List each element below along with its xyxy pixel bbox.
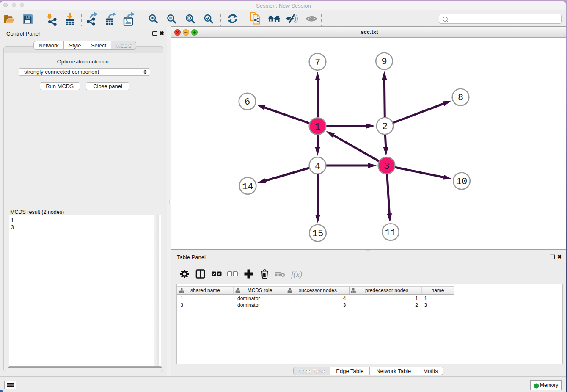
svg-text:dominator: dominator <box>237 302 260 308</box>
svg-text:2: 2 <box>382 121 388 132</box>
svg-text:3: 3 <box>180 302 183 308</box>
svg-text:successor nodes: successor nodes <box>298 287 336 293</box>
svg-text:11: 11 <box>385 228 396 238</box>
svg-text:1: 1 <box>424 295 427 301</box>
svg-text:10: 10 <box>456 177 467 187</box>
svg-text:6: 6 <box>245 97 250 108</box>
svg-text:7: 7 <box>315 58 320 68</box>
svg-text:1: 1 <box>315 122 320 133</box>
svg-text:4: 4 <box>315 161 320 172</box>
svg-text:4: 4 <box>343 295 346 301</box>
svg-text:1: 1 <box>180 295 183 301</box>
svg-text:3: 3 <box>384 161 389 172</box>
svg-text:name: name <box>431 287 444 293</box>
svg-text:dominator: dominator <box>237 295 260 301</box>
svg-text:predecessor nodes: predecessor nodes <box>365 287 408 293</box>
svg-text:3: 3 <box>343 302 346 308</box>
svg-text:2: 2 <box>415 302 418 308</box>
svg-text:1: 1 <box>415 295 418 301</box>
svg-text:8: 8 <box>458 93 463 103</box>
svg-text:shared name: shared name <box>190 287 220 293</box>
svg-text:9: 9 <box>381 57 387 67</box>
svg-text:3: 3 <box>424 302 427 308</box>
svg-text:MCDS role: MCDS role <box>247 287 272 293</box>
svg-text:f(x): f(x) <box>291 270 302 279</box>
svg-text:14: 14 <box>242 182 253 192</box>
svg-text:15: 15 <box>312 229 323 239</box>
